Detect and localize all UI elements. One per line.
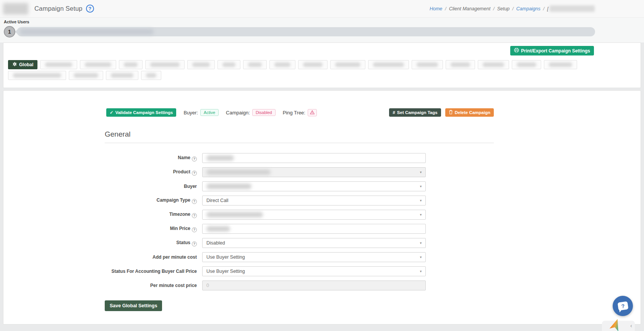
tab-redacted[interactable] — [269, 60, 295, 69]
chat-bubble-icon: ? — [617, 301, 628, 310]
tab-redacted[interactable] — [512, 60, 541, 69]
tab-redacted[interactable] — [544, 60, 577, 69]
redacted-tab-label — [13, 73, 61, 78]
print-export-label: Print/Export Campaign Settings — [521, 48, 590, 54]
tab-redacted[interactable] — [187, 60, 215, 69]
set-campaign-tags-button[interactable]: # Set Campaign Tags — [389, 108, 441, 117]
field-help-icon[interactable]: ? — [192, 157, 197, 161]
collapse-chevron-icon[interactable]: ‹ — [630, 322, 632, 329]
tab-label: Global — [19, 62, 33, 67]
status-badges: Buyer:ActiveCampaign:DisabledPing Tree: — [176, 109, 317, 116]
form-row-status-for-accounting-buyer-call-price: Status For Accounting Buyer Call PriceUs… — [105, 266, 494, 276]
redacted-tab-label — [335, 62, 360, 67]
tab-redacted[interactable] — [8, 71, 66, 80]
active-users-bar — [17, 27, 595, 36]
validate-campaign-settings-button[interactable]: ✓ Validate Campaign Settings — [106, 108, 176, 117]
field-label-text: Timezone — [169, 212, 190, 217]
redacted-active-user-name — [20, 29, 154, 35]
field-label-status-for-accounting-buyer-call-price: Status For Accounting Buyer Call Price — [105, 268, 202, 274]
field-label-status: Status? — [105, 240, 202, 246]
tabs-row-2 — [8, 71, 636, 80]
field-help-icon[interactable]: ? — [192, 213, 197, 218]
field-label-timezone: Timezone? — [105, 211, 202, 218]
tab-redacted[interactable] — [298, 60, 328, 69]
tab-redacted[interactable] — [478, 60, 509, 69]
status-label: Campaign: — [226, 110, 250, 116]
status-item-ping-tree: Ping Tree: — [283, 109, 317, 116]
select-buyer[interactable]: ▼ — [202, 181, 426, 191]
breadcrumb-item-home[interactable]: Home — [430, 6, 442, 11]
save-global-settings-button[interactable]: Save Global Settings — [105, 300, 162, 311]
redacted-tab-label — [111, 73, 133, 78]
trash-icon — [449, 110, 453, 115]
app-logo — [3, 3, 28, 15]
page-help-icon[interactable]: ? — [86, 5, 94, 13]
tab-redacted[interactable] — [141, 71, 161, 80]
breadcrumb-separator: / — [543, 6, 544, 11]
general-form: Name?Product?▼Buyer▼Campaign Type?Direct… — [105, 153, 494, 290]
redacted-tab-label — [85, 62, 111, 67]
tab-redacted[interactable] — [446, 60, 475, 69]
redacted-tab-label — [248, 62, 262, 67]
field-label-text: Status For Accounting Buyer Call Price — [111, 269, 197, 274]
tab-redacted[interactable] — [119, 60, 143, 69]
redacted-field-value — [206, 155, 234, 161]
print-export-button[interactable]: Print/Export Campaign Settings — [510, 46, 594, 55]
hash-icon: # — [393, 110, 395, 115]
dropdown-arrow-icon: ▼ — [419, 256, 422, 259]
field-help-icon[interactable]: ? — [192, 227, 197, 232]
tab-redacted[interactable] — [69, 71, 103, 80]
tab-redacted[interactable] — [217, 60, 240, 69]
field-label-text: Buyer — [184, 184, 197, 189]
field-label-add-per-minute-cost: Add per minute cost — [105, 254, 202, 260]
select-add-per-minute-cost[interactable]: Use Buyer Setting▼ — [202, 252, 426, 262]
campaign-tabs-panel: Print/Export Campaign Settings Global — [3, 42, 641, 88]
breadcrumb-item-campaigns[interactable]: Campaigns — [516, 6, 540, 11]
status-item-campaign: Campaign:Disabled — [226, 109, 276, 116]
redacted-tab-label — [549, 62, 572, 67]
redacted-field-value — [206, 212, 263, 217]
set-tags-label: Set Campaign Tags — [397, 110, 438, 115]
field-help-icon[interactable]: ? — [192, 199, 197, 204]
tab-redacted[interactable] — [80, 60, 116, 69]
dropdown-arrow-icon: ▼ — [419, 213, 422, 217]
redacted-tab-label — [146, 73, 156, 78]
tab-global[interactable]: Global — [8, 60, 37, 69]
redacted-tab-label — [274, 62, 290, 67]
breadcrumb-separator: / — [512, 6, 513, 11]
status-label: Buyer: — [183, 110, 198, 116]
form-row-timezone: Timezone?▼ — [105, 210, 494, 220]
field-label-text: Min Price — [170, 226, 190, 231]
status-item-buyer: Buyer:Active — [183, 109, 219, 116]
status-row: ✓ Validate Campaign Settings Buyer:Activ… — [105, 108, 494, 117]
tab-redacted[interactable] — [106, 71, 138, 80]
tab-redacted[interactable] — [330, 60, 365, 69]
tab-redacted[interactable] — [145, 60, 185, 69]
delete-campaign-button[interactable]: Delete Campaign — [445, 108, 494, 117]
breadcrumb: Home/Client Management/Setup/Campaigns/[ — [430, 5, 595, 12]
redacted-tab-label — [517, 62, 536, 67]
ping-tree-warning-badge — [308, 109, 317, 116]
select-status-for-accounting-buyer-call-price[interactable]: Use Buyer Setting▼ — [202, 266, 426, 276]
form-row-product: Product?▼ — [105, 167, 494, 177]
tab-redacted[interactable] — [40, 60, 77, 69]
field-help-icon[interactable]: ? — [192, 241, 197, 246]
redacted-tab-label — [483, 62, 504, 67]
tab-redacted[interactable] — [368, 60, 409, 69]
help-chat-widget-button[interactable]: ? — [613, 296, 633, 316]
field-label-text: Name — [178, 155, 190, 160]
field-value: Use Buyer Setting — [206, 269, 245, 274]
tab-redacted[interactable] — [412, 60, 443, 69]
field-label-buyer: Buyer — [105, 183, 202, 189]
tab-redacted[interactable] — [243, 60, 267, 69]
redacted-tab-label — [192, 62, 210, 67]
validate-label: Validate Campaign Settings — [115, 110, 173, 115]
input-min-price[interactable] — [202, 224, 426, 234]
input-name[interactable] — [202, 153, 426, 163]
check-icon: ✓ — [110, 110, 114, 115]
select-status[interactable]: Disabled▼ — [202, 238, 426, 248]
select-campaign-type[interactable]: Direct Call▼ — [202, 196, 426, 205]
redacted-tab-label — [451, 62, 470, 67]
select-timezone[interactable]: ▼ — [202, 210, 426, 220]
field-help-icon[interactable]: ? — [192, 171, 197, 176]
